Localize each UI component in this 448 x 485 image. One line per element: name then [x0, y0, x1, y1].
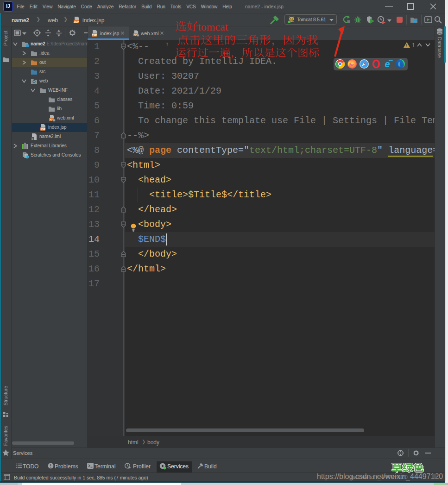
svg-text:JSP: JSP [74, 20, 79, 23]
svg-text:JSP: JSP [92, 34, 97, 37]
svg-text:JSP: JSP [40, 128, 45, 131]
